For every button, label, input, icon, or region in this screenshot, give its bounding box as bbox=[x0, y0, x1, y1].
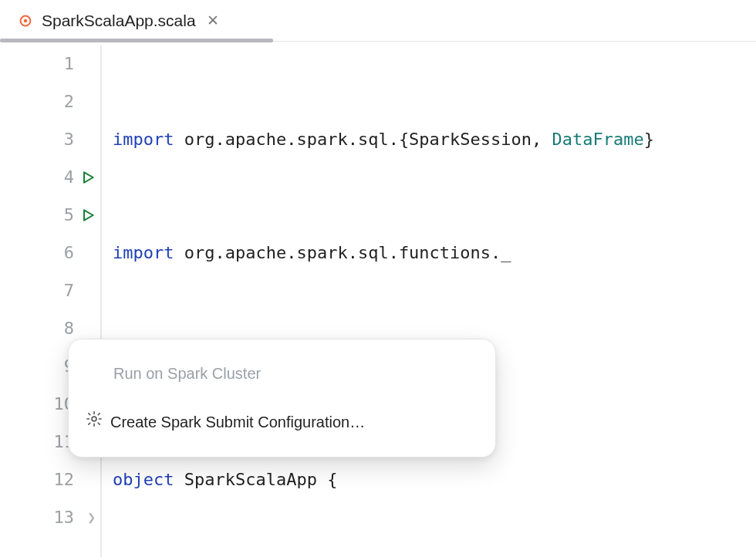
editor: 1 2 3 4 5 6 7 8 9 10 11 12 bbox=[0, 42, 756, 557]
gutter-line[interactable]: 12 bbox=[0, 461, 100, 498]
gutter-line[interactable]: 13 ❯ bbox=[0, 498, 100, 536]
svg-point-5 bbox=[92, 417, 96, 421]
code-line: object SparkScalaApp { bbox=[113, 461, 654, 498]
context-menu-header: Run on Spark Cluster bbox=[69, 349, 495, 397]
gutter-line[interactable]: 1 bbox=[0, 45, 100, 83]
code-area[interactable]: import org.apache.spark.sql.{SparkSessio… bbox=[102, 45, 654, 557]
fold-chevron-icon[interactable]: ❯ bbox=[87, 511, 96, 525]
context-menu-item-label: Create Spark Submit Configuration… bbox=[110, 403, 365, 441]
gutter-line[interactable]: 4 bbox=[0, 158, 100, 196]
tab-bar: SparkScalaApp.scala ✕ bbox=[0, 0, 756, 42]
gutter: 1 2 3 4 5 6 7 8 9 10 11 12 bbox=[0, 45, 102, 557]
create-spark-config-item[interactable]: Create Spark Submit Configuration… bbox=[69, 397, 495, 447]
svg-marker-2 bbox=[84, 172, 93, 182]
svg-marker-3 bbox=[84, 210, 93, 220]
context-menu: Run on Spark Cluster Create Spark Submit… bbox=[68, 339, 496, 457]
gutter-line[interactable]: 3 bbox=[0, 120, 100, 158]
gutter-line[interactable]: 6 bbox=[0, 234, 100, 272]
gutter-line[interactable]: 7 bbox=[0, 272, 100, 309]
run-icon[interactable] bbox=[79, 170, 97, 185]
code-line: import org.apache.spark.sql.functions._ bbox=[113, 234, 654, 272]
close-icon[interactable]: ✕ bbox=[204, 12, 222, 29]
tab-label: SparkScalaApp.scala bbox=[42, 12, 196, 30]
gutter-line[interactable]: 5 bbox=[0, 196, 100, 234]
gear-icon bbox=[86, 403, 103, 441]
run-icon[interactable] bbox=[79, 208, 97, 223]
code-line: import org.apache.spark.sql.{SparkSessio… bbox=[113, 120, 654, 158]
gutter-line[interactable]: 2 bbox=[0, 83, 100, 120]
tab-file[interactable]: SparkScalaApp.scala ✕ bbox=[0, 0, 236, 41]
scala-file-icon bbox=[17, 12, 34, 29]
svg-point-1 bbox=[24, 19, 28, 22]
